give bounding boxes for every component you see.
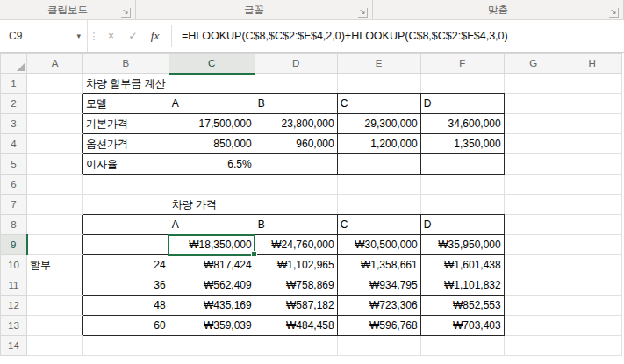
- cell-D8[interactable]: B: [255, 215, 337, 235]
- row-header-3[interactable]: 3: [1, 114, 27, 134]
- cell-A11[interactable]: [27, 275, 83, 296]
- dialog-launcher-icon[interactable]: ↘: [358, 8, 368, 18]
- name-box[interactable]: C9 ▾: [0, 20, 88, 52]
- cell-F1[interactable]: [420, 74, 504, 94]
- cell-C2[interactable]: A: [169, 94, 255, 114]
- cell-E4[interactable]: 1,200,000: [337, 134, 420, 154]
- cell-D13[interactable]: ₩484,458: [255, 316, 337, 336]
- cell-C10[interactable]: ₩817,424: [169, 255, 255, 275]
- row-header-5[interactable]: 5: [1, 154, 27, 175]
- cell-A7[interactable]: [27, 195, 83, 215]
- cell-F7[interactable]: [420, 195, 504, 215]
- cell-C14[interactable]: [169, 336, 255, 356]
- cell-F2[interactable]: D: [420, 94, 504, 114]
- row-header-13[interactable]: 13: [1, 316, 27, 336]
- cell-G2[interactable]: [504, 94, 563, 114]
- enter-icon[interactable]: ✓: [122, 20, 144, 52]
- cell-D2[interactable]: B: [255, 94, 337, 114]
- cell-C4[interactable]: 850,000: [169, 134, 255, 154]
- cell-H4[interactable]: [563, 134, 621, 154]
- column-header-F[interactable]: F: [420, 54, 504, 74]
- cell-C8[interactable]: A: [169, 215, 255, 235]
- cell-E14[interactable]: [337, 336, 420, 356]
- cell-B3[interactable]: 기본가격: [83, 114, 169, 134]
- column-header-E[interactable]: E: [337, 54, 420, 74]
- cell-E7[interactable]: [337, 195, 420, 215]
- cell-D9[interactable]: ₩24,760,000: [255, 235, 337, 255]
- row-header-1[interactable]: 1: [1, 74, 27, 94]
- cell-C1[interactable]: [169, 74, 255, 94]
- cell-E9[interactable]: ₩30,500,000: [337, 235, 420, 255]
- cell-B13[interactable]: 60: [83, 316, 169, 336]
- cell-F10[interactable]: ₩1,601,438: [420, 255, 504, 275]
- cell-G1[interactable]: [504, 74, 563, 94]
- dialog-launcher-icon[interactable]: ↘: [121, 8, 131, 18]
- cell-G11[interactable]: [504, 275, 563, 296]
- column-header-G[interactable]: G: [504, 54, 563, 74]
- cell-C3[interactable]: 17,500,000: [169, 114, 255, 134]
- cell-G14[interactable]: [504, 336, 563, 356]
- cell-D1[interactable]: [255, 74, 337, 94]
- cell-D4[interactable]: 960,000: [255, 134, 337, 154]
- cell-D12[interactable]: ₩587,182: [255, 296, 337, 316]
- row-header-9[interactable]: 9: [1, 235, 27, 255]
- cell-H10[interactable]: [563, 255, 621, 275]
- name-box-dropdown-icon[interactable]: ▾: [76, 32, 81, 40]
- row-header-8[interactable]: 8: [1, 215, 27, 235]
- select-all-button[interactable]: [1, 54, 27, 74]
- cell-A13[interactable]: [27, 316, 83, 336]
- cell-H9[interactable]: [563, 235, 621, 255]
- cell-A9[interactable]: [27, 235, 83, 255]
- column-header-C[interactable]: C: [169, 54, 255, 74]
- cell-E13[interactable]: ₩596,768: [337, 316, 420, 336]
- row-header-14[interactable]: 14: [1, 336, 27, 356]
- cell-D11[interactable]: ₩758,869: [255, 275, 337, 296]
- cell-H14[interactable]: [563, 336, 621, 356]
- cell-B8[interactable]: [83, 215, 169, 235]
- cell-A10[interactable]: 할부: [27, 255, 83, 275]
- column-header-B[interactable]: B: [83, 54, 169, 74]
- row-header-2[interactable]: 2: [1, 94, 27, 114]
- cancel-icon[interactable]: ×: [100, 20, 122, 52]
- cell-A3[interactable]: [27, 114, 83, 134]
- cell-G13[interactable]: [504, 316, 563, 336]
- cell-C13[interactable]: ₩359,039: [169, 316, 255, 336]
- cell-H6[interactable]: [563, 175, 621, 195]
- cell-E8[interactable]: C: [337, 215, 420, 235]
- cell-B7[interactable]: [83, 195, 169, 215]
- cell-B10[interactable]: 24: [83, 255, 169, 275]
- cell-D14[interactable]: [255, 336, 337, 356]
- cell-E11[interactable]: ₩934,795: [337, 275, 420, 296]
- cell-E6[interactable]: [337, 175, 420, 195]
- insert-function-icon[interactable]: fx: [144, 20, 166, 52]
- cell-D10[interactable]: ₩1,102,965: [255, 255, 337, 275]
- cell-A1[interactable]: [27, 74, 83, 94]
- cell-G5[interactable]: [504, 154, 563, 175]
- cell-H2[interactable]: [563, 94, 621, 114]
- cell-B9[interactable]: [83, 235, 169, 255]
- column-header-A[interactable]: A: [27, 54, 83, 74]
- row-header-12[interactable]: 12: [1, 296, 27, 316]
- cell-F5[interactable]: [420, 154, 504, 175]
- cell-G7[interactable]: [504, 195, 563, 215]
- cell-H3[interactable]: [563, 114, 621, 134]
- cell-B11[interactable]: 36: [83, 275, 169, 296]
- cell-G12[interactable]: [504, 296, 563, 316]
- cell-G9[interactable]: [504, 235, 563, 255]
- cell-H8[interactable]: [563, 215, 621, 235]
- cell-B2[interactable]: 모델: [83, 94, 169, 114]
- cell-C9[interactable]: ₩18,350,000: [169, 235, 255, 255]
- cell-F9[interactable]: ₩35,950,000: [420, 235, 504, 255]
- cell-B1[interactable]: 차량 할부금 계산: [83, 74, 169, 94]
- column-header-H[interactable]: H: [563, 54, 621, 74]
- cell-B6[interactable]: [83, 175, 169, 195]
- cell-A8[interactable]: [27, 215, 83, 235]
- cell-F13[interactable]: ₩703,403: [420, 316, 504, 336]
- cell-E2[interactable]: C: [337, 94, 420, 114]
- dialog-launcher-icon[interactable]: ↘: [609, 8, 619, 18]
- cell-F12[interactable]: ₩852,553: [420, 296, 504, 316]
- cell-F6[interactable]: [420, 175, 504, 195]
- cell-C6[interactable]: [169, 175, 255, 195]
- cell-F3[interactable]: 34,600,000: [420, 114, 504, 134]
- cell-F14[interactable]: [420, 336, 504, 356]
